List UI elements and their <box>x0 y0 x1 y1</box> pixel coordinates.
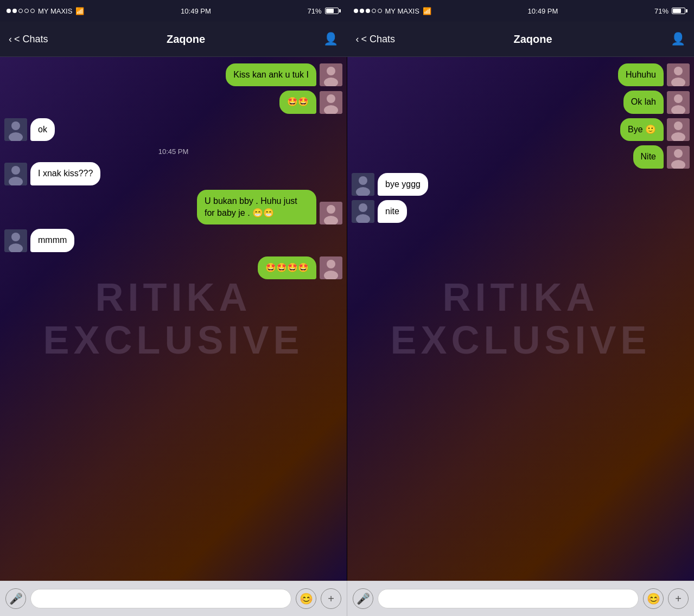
voice-button-right[interactable]: 🎤 <box>353 588 373 609</box>
msg-row: 🤩🤩🤩🤩 <box>4 256 342 279</box>
svg-point-19 <box>327 260 335 268</box>
nav-left: ‹ < Chats Zaqone 👤 <box>0 22 347 57</box>
input-right: 🎤 😊 + <box>347 581 694 616</box>
dot-r5 <box>378 9 382 13</box>
bubble: 🤩🤩🤩🤩 <box>258 256 316 279</box>
emoji-icon-right: 😊 <box>647 592 660 605</box>
dot5 <box>30 9 35 13</box>
message-input-right[interactable] <box>378 589 639 608</box>
chat-panel-left: RITIKAEXCLUSIVE Kiss kan ank u tuk I <box>0 57 347 581</box>
battery-icon-right <box>672 8 687 14</box>
back-button-left[interactable]: ‹ < Chats <box>9 34 48 45</box>
add-icon-left: + <box>328 593 334 605</box>
bubble: Huhuhu <box>618 63 664 86</box>
chat-title-right: Zaqone <box>513 33 552 46</box>
bubble: Nite <box>633 145 664 168</box>
svg-point-31 <box>674 149 683 158</box>
voice-icon-right: 🎤 <box>356 592 370 605</box>
avatar-male <box>4 163 27 185</box>
avatar-female <box>320 202 342 224</box>
svg-point-28 <box>674 121 683 130</box>
svg-point-10 <box>11 166 20 175</box>
add-button-left[interactable]: + <box>321 588 341 609</box>
avatar-male <box>352 200 374 223</box>
carrier-left: MY MAXIS <box>38 7 72 15</box>
dot-r3 <box>366 9 370 13</box>
back-button-right[interactable]: ‹ < Chats <box>356 34 396 45</box>
avatar-female <box>667 63 690 86</box>
svg-point-37 <box>359 203 367 212</box>
msg-row: I xnak kiss??? <box>4 162 342 185</box>
add-button-right[interactable]: + <box>668 588 689 609</box>
back-label-right: < Chats <box>361 34 396 45</box>
msg-row: nite <box>352 200 690 223</box>
avatar-male <box>352 173 374 196</box>
svg-point-13 <box>327 205 335 214</box>
avatar-male <box>4 118 27 141</box>
battery-icon-left <box>325 8 341 14</box>
msg-row: ok <box>4 118 342 141</box>
message-input-left[interactable] <box>30 589 291 608</box>
avatar-female <box>320 91 342 114</box>
avatar-female <box>320 63 342 86</box>
msg-row: U bukan bby . Huhu just for baby je . 😁😁 <box>4 190 342 225</box>
svg-point-34 <box>359 176 367 185</box>
avatar-female <box>667 118 690 141</box>
profile-icon-left[interactable]: 👤 <box>323 32 338 46</box>
bubble: nite <box>378 200 407 223</box>
dot2 <box>12 9 17 13</box>
svg-point-7 <box>11 121 20 130</box>
add-icon-right: + <box>675 593 682 605</box>
msg-row: Kiss kan ank u tuk I <box>4 63 342 86</box>
svg-point-16 <box>11 233 20 241</box>
chat-title-left: Zaqone <box>167 33 205 46</box>
avatar-female <box>667 146 690 169</box>
voice-icon-left: 🎤 <box>9 592 23 605</box>
bubble: 🤩🤩 <box>279 91 316 113</box>
avatar-female <box>320 256 342 279</box>
status-right: MY MAXIS 📶 10:49 PM 71% <box>347 0 695 22</box>
messages-right: Huhuhu Ok lah <box>347 57 694 581</box>
signal-group-right: MY MAXIS 📶 <box>354 7 431 15</box>
avatar-male <box>4 229 27 252</box>
battery-pct-right: 71% <box>654 7 668 15</box>
status-left: MY MAXIS 📶 10:49 PM 71% <box>0 0 347 22</box>
chat-panel-right: RITIKAEXCLUSIVE Huhuhu <box>347 57 694 581</box>
timestamp: 10:45 PM <box>4 145 342 158</box>
carrier-right: MY MAXIS <box>385 7 419 15</box>
msg-row: bye yggg <box>352 173 690 196</box>
chat-panels: RITIKAEXCLUSIVE Kiss kan ank u tuk I <box>0 57 694 581</box>
chevron-right-icon: ‹ <box>356 34 359 45</box>
voice-button-left[interactable]: 🎤 <box>5 588 26 609</box>
battery-pct-left: 71% <box>307 7 321 15</box>
profile-icon-right[interactable]: 👤 <box>671 32 685 46</box>
emoji-button-right[interactable]: 😊 <box>643 588 664 609</box>
msg-row: Bye 🙂 <box>352 118 690 141</box>
msg-row: Nite <box>352 145 690 168</box>
svg-point-1 <box>327 67 335 75</box>
msg-row: mmmm <box>4 229 342 252</box>
dot3 <box>18 9 23 13</box>
bubble: Kiss kan ank u tuk I <box>226 63 316 86</box>
msg-row: Huhuhu <box>352 63 690 86</box>
dot-r2 <box>360 9 364 13</box>
time-left: 10:49 PM <box>181 7 211 15</box>
msg-row: 🤩🤩 <box>4 91 342 113</box>
bubble: Ok lah <box>623 91 664 113</box>
wifi-icon-right: 📶 <box>423 7 431 15</box>
bubble: I xnak kiss??? <box>30 162 100 185</box>
wifi-icon-left: 📶 <box>75 7 84 15</box>
svg-point-4 <box>327 94 335 103</box>
emoji-icon-left: 😊 <box>300 592 313 605</box>
messages-left: Kiss kan ank u tuk I 🤩🤩 <box>0 57 347 581</box>
emoji-button-left[interactable]: 😊 <box>296 588 316 609</box>
status-bar: MY MAXIS 📶 10:49 PM 71% MY MAXIS 📶 10:49 <box>0 0 694 22</box>
input-bar: 🎤 😊 + 🎤 😊 + <box>0 581 694 616</box>
nav-bar: ‹ < Chats Zaqone 👤 ‹ < Chats Zaqone 👤 <box>0 22 694 57</box>
back-label-left: < Chats <box>14 34 48 45</box>
bubble: mmmm <box>30 229 74 252</box>
signal-dots-right <box>354 9 382 13</box>
time-right: 10:49 PM <box>528 7 558 15</box>
msg-row: Ok lah <box>352 91 690 113</box>
bubble: bye yggg <box>378 173 428 196</box>
